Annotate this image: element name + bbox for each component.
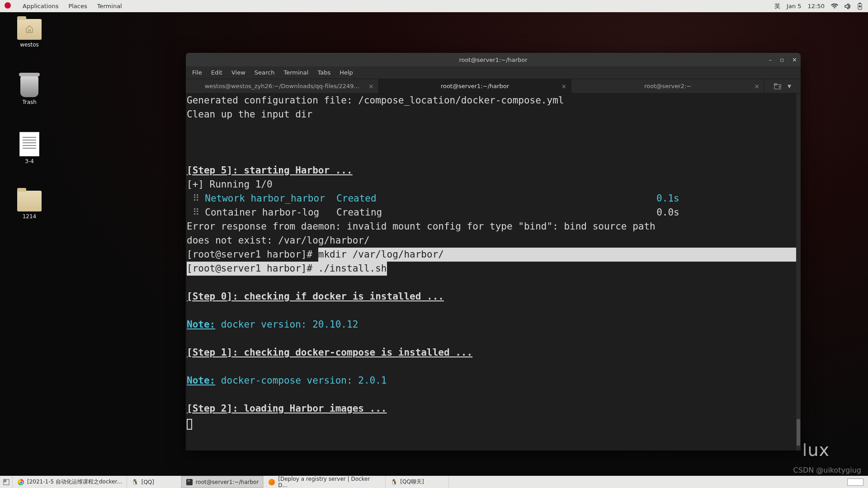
minimize-button[interactable]: –: [769, 56, 772, 63]
term-line: Container harbor-log Creating: [205, 207, 382, 218]
tab-close-icon[interactable]: ×: [561, 83, 567, 90]
close-button[interactable]: ✕: [792, 56, 797, 63]
topbar-right: 英 Jan 5 12:50: [774, 2, 868, 10]
menu-tabs[interactable]: Tabs: [317, 69, 330, 76]
folder-icon: [17, 19, 42, 40]
task-chrome[interactable]: [2021-1-5 自动化运维课程之docker...: [13, 476, 127, 488]
term-line: does not exist: /var/log/harbor/: [187, 235, 370, 246]
window-title: root@server1:~/harbor: [459, 56, 527, 63]
desktop-icon-trash[interactable]: Trash: [9, 75, 50, 105]
scrollbar-thumb[interactable]: [797, 419, 800, 446]
svg-rect-1: [859, 3, 861, 4]
note-label: Note:: [187, 375, 215, 386]
desktop-icon-1214[interactable]: 1214: [9, 191, 50, 220]
volume-icon[interactable]: [844, 3, 851, 9]
chrome-icon: [17, 479, 24, 486]
term-line: Network harbor_harbor Created: [199, 193, 377, 204]
term-time: 0.0s: [656, 207, 679, 218]
task-terminal[interactable]: root@server1:~/harbor: [181, 476, 264, 488]
desktop-icon-label: westos: [9, 42, 50, 48]
topbar-date[interactable]: Jan 5: [787, 3, 801, 9]
terminal-tab-0[interactable]: westos@westos_zyh26:~/Downloads/qq-files…: [186, 79, 379, 93]
terminal-menubar: File Edit View Search Terminal Tabs Help: [186, 66, 801, 79]
topbar-time[interactable]: 12:50: [808, 3, 825, 9]
task-label: root@server1:~/harbor: [196, 479, 259, 485]
menu-help[interactable]: Help: [340, 69, 353, 76]
step-header: [Step 1]: checking docker-compose is ins…: [187, 347, 472, 358]
terminal-body[interactable]: Generated configuration file: /compose_l…: [186, 94, 801, 450]
workspace-pager[interactable]: [847, 479, 863, 486]
panel-launcher[interactable]: [0, 476, 13, 488]
term-time: 0.1s: [656, 193, 679, 204]
window-titlebar[interactable]: root@server1:~/harbor – ▫ ✕: [186, 53, 801, 66]
task-firefox[interactable]: [Deploy a registry server | Docker D...: [264, 476, 386, 488]
bottom-panel: [2021-1-5 自动化运维课程之docker... 🐧[QQ] root@s…: [0, 476, 868, 488]
terminal-icon: [186, 479, 193, 486]
term-line: Clean up the input dir: [187, 109, 312, 120]
task-label: [QQ]: [142, 479, 154, 485]
menu-places[interactable]: Places: [68, 3, 87, 9]
tab-close-icon[interactable]: ×: [368, 83, 374, 90]
maximize-button[interactable]: ▫: [780, 56, 784, 63]
desktop[interactable]: westos Trash 3-4 1214 lux CSDN @uikotygi…: [0, 12, 868, 476]
task-label: [QQ聊天]: [400, 478, 424, 486]
tab-label: root@server1:~/harbor: [441, 83, 509, 89]
svg-rect-5: [4, 479, 6, 482]
menu-terminal[interactable]: Terminal: [97, 3, 122, 9]
desktop-icon-label: Trash: [9, 99, 50, 105]
step-header: [Step 2]: loading Harbor images ...: [187, 403, 387, 414]
qq-icon: 🐧: [390, 479, 397, 486]
term-line: docker version: 20.10.12: [215, 319, 358, 330]
document-icon: [19, 132, 39, 156]
task-qqchat[interactable]: 🐧[QQ聊天]: [386, 476, 449, 488]
watermark-linux: lux: [802, 440, 830, 460]
new-tab-icon[interactable]: [774, 83, 781, 89]
terminal-cursor: [187, 419, 192, 430]
tab-menu-icon[interactable]: ▾: [788, 82, 791, 90]
menu-applications[interactable]: Applications: [23, 3, 58, 9]
ime-indicator[interactable]: 英: [774, 2, 780, 10]
task-label: [Deploy a registry server | Docker D...: [278, 476, 381, 488]
gnome-topbar: Applications Places Terminal 英 Jan 5 12:…: [0, 0, 868, 12]
tab-label: root@server2:~: [644, 83, 691, 89]
shell-prompt: [root@server1 harbor]# ./install.sh: [187, 262, 387, 276]
terminal-content[interactable]: Generated configuration file: /compose_l…: [186, 94, 801, 450]
menu-file[interactable]: File: [192, 69, 202, 76]
spinner-icon: ⠿: [193, 207, 199, 218]
terminal-window: root@server1:~/harbor – ▫ ✕ File Edit Vi…: [186, 53, 801, 450]
step-header: [Step 5]: starting Harbor ...: [187, 165, 353, 176]
wifi-icon[interactable]: [831, 4, 838, 9]
menu-view[interactable]: View: [231, 69, 245, 76]
desktop-icon-label: 1214: [9, 213, 50, 220]
terminal-scrollbar[interactable]: [796, 94, 801, 450]
menu-search[interactable]: Search: [255, 69, 275, 76]
desktop-icon-label: 3-4: [9, 158, 50, 164]
tab-close-icon[interactable]: ×: [754, 83, 760, 90]
tab-extra: ▾: [764, 79, 801, 93]
fedora-icon: [5, 2, 13, 10]
shell-prompt: [root@server1 harbor]#: [187, 249, 318, 260]
terminal-tabbar: westos@westos_zyh26:~/Downloads/qq-files…: [186, 79, 801, 94]
trash-icon: [20, 75, 38, 97]
topbar-left: Applications Places Terminal: [0, 2, 122, 10]
task-qq[interactable]: 🐧[QQ]: [127, 476, 181, 488]
term-line: Error response from daemon: invalid moun…: [187, 221, 661, 232]
menu-terminal[interactable]: Terminal: [283, 69, 308, 76]
tab-label: westos@westos_zyh26:~/Downloads/qq-files…: [205, 83, 359, 89]
folder-icon: [17, 191, 42, 211]
shell-command: mkdir /var/log/harbor/: [318, 248, 444, 262]
step-header: [Step 0]: checking if docker is installe…: [187, 291, 444, 302]
battery-icon[interactable]: [857, 3, 863, 10]
watermark-csdn: CSDN @uikotygiug: [793, 466, 861, 474]
terminal-tab-1[interactable]: root@server1:~/harbor×: [379, 79, 572, 93]
menu-edit[interactable]: Edit: [211, 69, 222, 76]
desktop-icon-doc[interactable]: 3-4: [9, 132, 50, 164]
desktop-icon-westos[interactable]: westos: [9, 19, 50, 48]
qq-icon: 🐧: [132, 479, 139, 486]
spinner-icon: ⠿: [193, 193, 199, 204]
terminal-tab-2[interactable]: root@server2:~×: [571, 79, 764, 93]
firefox-icon: [268, 479, 275, 486]
term-line: Generated configuration file: /compose_l…: [187, 95, 564, 106]
term-line: docker-compose version: 2.0.1: [215, 375, 387, 386]
term-line: [+] Running 1/0: [187, 179, 273, 190]
